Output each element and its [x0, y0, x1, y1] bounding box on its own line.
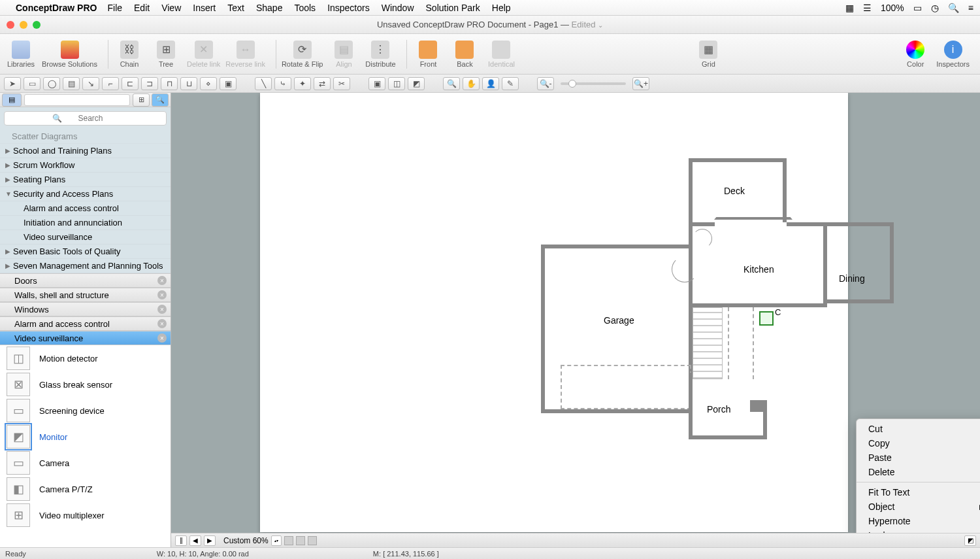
line-tool-1[interactable]: ╲ [255, 77, 272, 90]
menu-shape[interactable]: Shape [256, 3, 282, 13]
library-search-input[interactable] [4, 111, 167, 126]
tree-button[interactable]: ⊞Tree [150, 41, 182, 68]
connector-6[interactable]: ⊔ [180, 77, 197, 90]
browse-solutions-button[interactable]: Browse Solutions [42, 41, 97, 68]
distribute-button[interactable]: ⋮Distribute [365, 41, 396, 68]
page-tab[interactable] [284, 536, 293, 545]
clock-icon[interactable]: ◷ [931, 3, 939, 13]
wifi-icon[interactable]: ☰ [863, 3, 872, 13]
library-item[interactable]: ⊠Glass break sensor [0, 371, 171, 398]
ctx-object[interactable]: Object▶ [857, 500, 980, 514]
inspectors-button[interactable]: iInspectors [936, 41, 970, 68]
menu-help[interactable]: Help [492, 3, 511, 13]
lib-section[interactable]: Alarm and access control× [0, 316, 171, 331]
lib-section[interactable]: Walls, shell and structure× [0, 288, 171, 302]
ctx-copy[interactable]: Copy [857, 436, 980, 450]
zoom-stepper[interactable]: ▴▾ [271, 535, 282, 546]
menu-tools[interactable]: Tools [294, 3, 316, 13]
lib-section[interactable]: Windows× [0, 302, 171, 316]
sidebar-path-field[interactable] [24, 94, 130, 106]
zoom-in-button[interactable]: 🔍+ [632, 77, 649, 90]
close-icon[interactable]: × [157, 290, 167, 299]
color-button[interactable]: Color [900, 41, 931, 68]
chain-button[interactable]: ⛓Chain [114, 41, 145, 68]
zoom-slider[interactable] [561, 82, 626, 85]
close-icon[interactable]: × [157, 276, 167, 285]
connector-1[interactable]: ↘ [82, 77, 99, 90]
shape-tool-3[interactable]: ◩ [408, 77, 425, 90]
zoom-tool[interactable]: 🔍 [443, 77, 460, 90]
sidebar-grid-view[interactable]: ⊞ [133, 93, 150, 107]
library-item-selected[interactable]: ◩Monitor [0, 424, 171, 450]
ctx-cut[interactable]: Cut [857, 422, 980, 436]
tree-row[interactable]: ▶Scrum Workflow [0, 158, 171, 173]
menu-insert[interactable]: Insert [193, 3, 216, 13]
lib-section-selected[interactable]: Video surveillance× [0, 331, 171, 345]
page[interactable]: Deck Kitchen Dining Garage [260, 93, 848, 532]
spotlight-icon[interactable]: 🔍 [948, 3, 959, 13]
connector-8[interactable]: ▣ [220, 77, 237, 90]
shape-tool-2[interactable]: ◫ [388, 77, 405, 90]
menu-view[interactable]: View [161, 3, 181, 13]
pan-tool[interactable]: ✋ [463, 77, 480, 90]
ellipse-tool[interactable]: ◯ [43, 77, 60, 90]
zoom-window-button[interactable] [33, 21, 41, 29]
chevron-down-icon[interactable]: ⌄ [598, 22, 603, 29]
person-tool[interactable]: 👤 [482, 77, 499, 90]
page-corner[interactable]: ◩ [964, 535, 976, 546]
libraries-button[interactable]: Libraries [5, 41, 37, 68]
close-icon[interactable]: × [157, 333, 167, 343]
line-tool-2[interactable]: ⤷ [274, 77, 291, 90]
ctx-paste[interactable]: Paste [857, 450, 980, 465]
tree-row[interactable]: ▶Seven Basic Tools of Quality [0, 245, 171, 259]
pointer-tool[interactable]: ➤ [4, 77, 21, 90]
page-tab[interactable] [296, 536, 305, 545]
connector-4[interactable]: ⊐ [141, 77, 158, 90]
line-tool-3[interactable]: ✦ [294, 77, 311, 90]
grid-button[interactable]: ▦Grid [693, 41, 724, 68]
ctx-fit-to-text[interactable]: Fit To Text [857, 485, 980, 500]
app-name[interactable]: ConceptDraw PRO [16, 3, 97, 13]
close-icon[interactable]: × [157, 305, 167, 314]
battery-icon[interactable]: ▭ [913, 3, 922, 13]
sidebar-search-button[interactable]: 🔍 [152, 93, 169, 107]
tree-row[interactable]: ▶Seven Management and Planning Tools [0, 259, 171, 273]
line-tool-5[interactable]: ✂ [333, 77, 350, 90]
connector-2[interactable]: ⌐ [102, 77, 119, 90]
back-button[interactable]: Back [449, 41, 480, 68]
page-next[interactable]: ▶ [204, 535, 216, 546]
library-item[interactable]: ▭Camera [0, 450, 171, 476]
minimize-window-button[interactable] [20, 21, 27, 29]
window-title[interactable]: Unsaved ConceptDraw PRO Document - Page1… [377, 20, 603, 29]
connector-5[interactable]: ⊓ [161, 77, 178, 90]
page-tab[interactable] [308, 536, 317, 545]
lib-section[interactable]: Doors× [0, 273, 171, 288]
ctx-delete[interactable]: Delete [857, 465, 980, 479]
connector-7[interactable]: ⋄ [200, 77, 217, 90]
library-item[interactable]: ◧Camera P/T/Z [0, 476, 171, 502]
library-item[interactable]: ⊞Video multiplexer [0, 502, 171, 528]
tree-subrow[interactable]: Video surveillance [0, 230, 171, 245]
menu-inspectors[interactable]: Inspectors [327, 3, 370, 13]
zoom-value[interactable]: Custom 60% [223, 536, 269, 545]
selected-shape-monitor[interactable] [759, 311, 774, 326]
tree-row[interactable]: ▶Seating Plans [0, 173, 171, 187]
line-tool-4[interactable]: ⇄ [314, 77, 331, 90]
tree-row-expanded[interactable]: ▼Security and Access Plans [0, 187, 171, 201]
text-tool[interactable]: ▤ [63, 77, 80, 90]
library-item[interactable]: ◫Motion detector [0, 345, 171, 371]
control-center-icon[interactable]: ▦ [845, 3, 854, 13]
page-prev[interactable]: ◀ [189, 535, 201, 546]
tree-subrow[interactable]: Alarm and access control [0, 201, 171, 216]
page-collapse[interactable]: ‖ [175, 535, 187, 546]
rotate-flip-button[interactable]: ⟳Rotate & Flip [282, 41, 323, 68]
menu-window[interactable]: Window [382, 3, 414, 13]
front-button[interactable]: Front [412, 41, 444, 68]
menu-extra-icon[interactable]: ≡ [968, 3, 973, 13]
menu-file[interactable]: File [107, 3, 122, 13]
library-item[interactable]: ▭Screening device [0, 398, 171, 424]
drawing-canvas[interactable]: Deck Kitchen Dining Garage [171, 93, 980, 547]
tree-row[interactable]: Scatter Diagrams [0, 129, 171, 144]
close-icon[interactable]: × [157, 319, 167, 328]
menu-edit[interactable]: Edit [134, 3, 150, 13]
